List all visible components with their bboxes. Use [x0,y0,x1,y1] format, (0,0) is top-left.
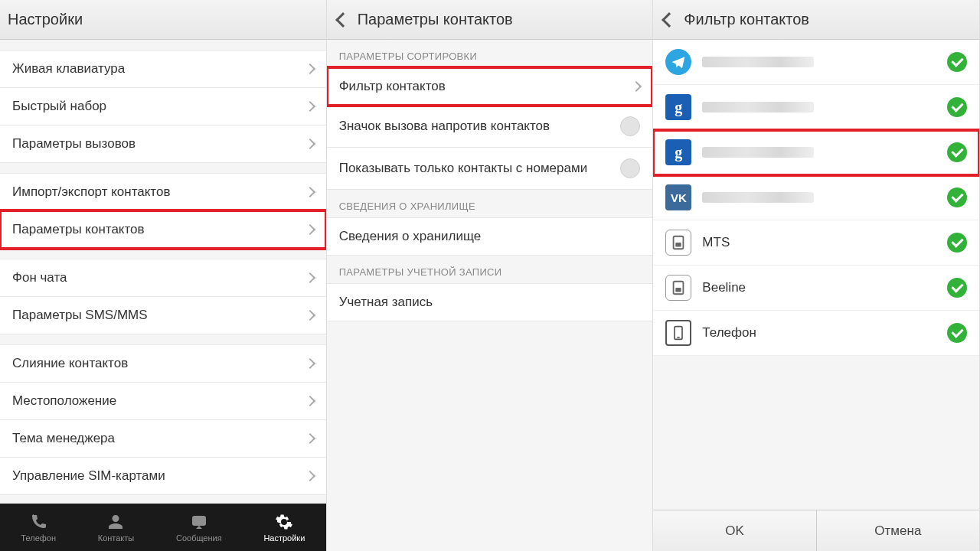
settings-row-label: Тема менеджера [12,431,306,446]
tab-icon [106,513,125,531]
section-header: ПАРАМЕТРЫ УЧЕТНОЙ ЗАПИСИ [327,256,653,284]
checkmark-icon[interactable] [947,323,967,343]
param-row-label: Фильтр контактов [339,79,633,94]
checkmark-icon[interactable] [947,233,967,253]
param-row-2-0[interactable]: Учетная запись [327,283,653,321]
chevron-right-icon [305,224,315,235]
settings-row-7[interactable]: Слияние контактов [0,344,326,383]
tab-icon [190,513,208,531]
settings-row-1[interactable]: Быстрый набор [0,87,326,126]
toggle-off-icon[interactable] [620,116,640,136]
pane2-header[interactable]: Параметры контактов [327,0,653,40]
svg-rect-4 [676,288,681,292]
sim-icon [665,275,691,301]
account-label: Телефон [702,325,936,341]
tab-2[interactable]: Сообщения [176,513,222,543]
tab-3[interactable]: Настройки [263,513,305,543]
tab-label: Контакты [98,533,135,543]
account-row-1[interactable]: g [653,85,979,130]
vk-icon: VK [665,184,691,210]
account-label: MTS [702,235,936,250]
pane2-content: ПАРАМЕТРЫ СОРТИРОВКИФильтр контактовЗнач… [327,40,653,551]
settings-row-label: Быстрый набор [12,99,306,114]
chevron-right-icon [305,101,315,112]
param-row-label: Значок вызова напротив контактов [339,119,621,134]
settings-row-label: Местоположение [12,393,306,409]
param-row-1-0[interactable]: Сведения о хранилище [327,217,653,256]
toggle-off-icon[interactable] [620,158,640,178]
chevron-right-icon [305,310,315,321]
settings-row-0[interactable]: Живая клавиатура [0,50,326,88]
settings-row-label: Параметры контактов [12,222,306,237]
settings-row-6[interactable]: Параметры SMS/MMS [0,296,326,334]
checkmark-icon[interactable] [947,142,967,162]
settings-row-3[interactable]: Импорт/экспорт контактов [0,173,326,211]
param-row-0-1[interactable]: Значок вызова напротив контактов [327,105,653,148]
pane1-title: Настройки [8,11,83,28]
param-row-0-0[interactable]: Фильтр контактов [327,67,653,106]
checkmark-icon[interactable] [947,278,967,298]
pane3-content: ggVKMTSBeelineТелефон [653,40,979,510]
back-icon [662,12,677,28]
settings-row-9[interactable]: Тема менеджера [0,419,326,458]
tab-label: Телефон [21,533,56,543]
cancel-button[interactable]: Отмена [817,510,979,551]
pane3-title: Фильтр контактов [684,11,809,28]
redacted-label [702,57,814,67]
param-row-label: Показывать только контакты с номерами [339,161,621,176]
telegram-icon [665,49,691,75]
chevron-right-icon [305,187,315,197]
checkmark-icon[interactable] [947,187,967,207]
tab-label: Сообщения [176,533,222,543]
param-row-label: Учетная запись [339,295,641,310]
account-row-2[interactable]: g [653,130,979,175]
back-icon [335,12,351,28]
svg-rect-2 [676,243,681,247]
chevron-right-icon [305,471,315,481]
chevron-right-icon [631,81,642,92]
settings-row-4[interactable]: Параметры контактов [0,210,326,249]
settings-row-10[interactable]: Управление SIM-картами [0,457,326,495]
account-row-6[interactable]: Телефон [653,311,979,356]
chevron-right-icon [305,64,315,74]
settings-row-label: Фон чата [12,270,306,285]
account-row-4[interactable]: MTS [653,220,979,266]
param-row-label: Сведения о хранилище [339,229,641,244]
settings-row-2[interactable]: Параметры вызовов [0,125,326,163]
section-header: ПАРАМЕТРЫ СОРТИРОВКИ [327,40,653,68]
tab-0[interactable]: Телефон [21,513,56,543]
account-row-5[interactable]: Beeline [653,266,979,311]
settings-row-label: Импорт/экспорт контактов [12,184,306,200]
pane2-title: Параметры контактов [358,11,513,28]
redacted-label [702,147,814,158]
contact-params-pane: Параметры контактов ПАРАМЕТРЫ СОРТИРОВКИ… [327,0,654,551]
redacted-label [702,192,814,203]
settings-row-label: Параметры вызовов [12,136,306,152]
pane3-header[interactable]: Фильтр контактов [653,0,979,40]
tab-icon [29,513,47,531]
settings-row-label: Слияние контактов [12,356,306,371]
sim-icon [665,230,691,256]
chevron-right-icon [305,433,315,444]
google-icon: g [665,94,691,120]
pane1-content: Живая клавиатураБыстрый наборПараметры в… [0,40,326,504]
checkmark-icon[interactable] [947,52,967,72]
bottom-tabbar: ТелефонКонтактыСообщенияНастройки [0,504,326,551]
google-icon: g [665,139,691,165]
contact-filter-pane: Фильтр контактов ggVKMTSBeelineТелефон O… [653,0,980,551]
account-row-0[interactable] [653,40,979,85]
settings-row-5[interactable]: Фон чата [0,259,326,297]
settings-row-8[interactable]: Местоположение [0,382,326,420]
param-row-0-2[interactable]: Показывать только контакты с номерами [327,147,653,190]
chevron-right-icon [305,272,315,283]
pane1-header: Настройки [0,0,326,40]
settings-row-label: Управление SIM-картами [12,468,306,484]
ok-button[interactable]: OK [653,510,816,551]
tab-1[interactable]: Контакты [98,513,135,543]
chevron-right-icon [305,396,315,406]
account-label: Beeline [702,280,936,295]
checkmark-icon[interactable] [947,97,967,117]
account-row-3[interactable]: VK [653,175,979,220]
dialog-buttons: OK Отмена [653,510,979,551]
section-header: СВЕДЕНИЯ О ХРАНИЛИЩЕ [327,190,653,218]
